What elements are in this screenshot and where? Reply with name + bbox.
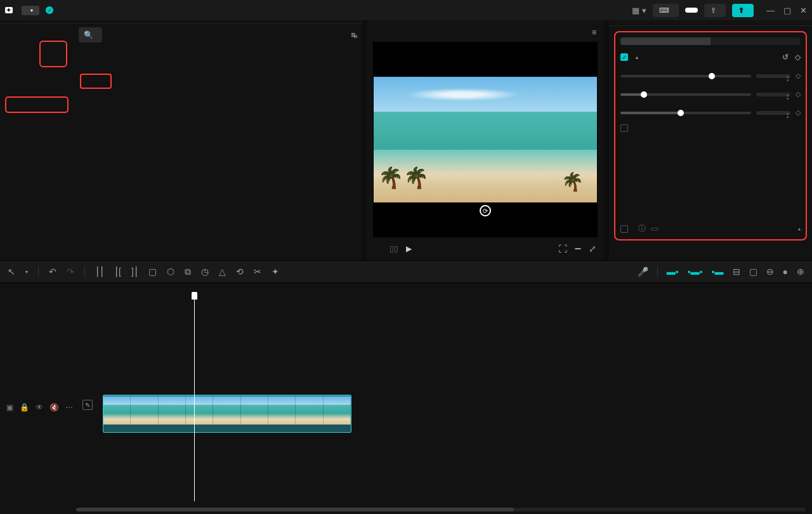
delete-icon[interactable]: ▢ <box>148 267 157 277</box>
pro-badge <box>651 228 658 230</box>
autosave-status: ✓ <box>46 6 57 14</box>
keyboard-icon: ⌨ <box>659 6 669 15</box>
align-icon[interactable]: ⊟ <box>733 267 740 277</box>
keyframe-icon[interactable]: ◇ <box>795 53 801 62</box>
speed-icon[interactable]: ◷ <box>201 267 209 277</box>
split-icon[interactable]: ⎮⎮ <box>95 267 104 277</box>
app-logo: ✦ <box>5 7 15 13</box>
tl-layers-icon[interactable]: ▣ <box>6 403 13 412</box>
fx-icon[interactable]: ✦ <box>272 267 279 277</box>
shield-icon[interactable]: ⬡ <box>167 267 174 277</box>
marker-icon[interactable]: ▢ <box>749 267 757 277</box>
aspect-icon[interactable]: ▦ ▾ <box>632 6 646 15</box>
shortcuts-button[interactable]: ⌨ <box>653 4 679 17</box>
close-icon[interactable]: ✕ <box>800 6 807 15</box>
redo-icon[interactable]: ↷ <box>67 267 74 277</box>
more-tabs-icon[interactable]: » <box>353 32 358 41</box>
volume-key-icon[interactable]: ◇ <box>796 72 801 80</box>
volume-slider[interactable] <box>620 75 751 77</box>
fadein-key-icon[interactable]: ◇ <box>796 90 801 98</box>
timeline-clip[interactable] <box>103 395 351 433</box>
join-pro-button[interactable] <box>685 8 698 13</box>
fullscreen-icon[interactable]: ⤢ <box>589 244 596 254</box>
snap-icon[interactable]: ▪▬▪ <box>688 267 703 277</box>
volume-value[interactable]: ▴▾ <box>756 74 790 78</box>
menu-button[interactable]: ▾ <box>22 6 39 15</box>
timeline-scrollbar[interactable] <box>76 508 806 511</box>
fadeout-value[interactable]: ▴▾ <box>756 111 790 115</box>
fadeout-slider[interactable] <box>620 112 751 114</box>
zoom-out-icon[interactable]: ⊖ <box>766 267 774 277</box>
refresh-icon[interactable]: ⟳ <box>480 205 491 216</box>
search-icon: 🔍 <box>84 30 93 39</box>
link-icon[interactable]: ▪▬ <box>712 267 724 277</box>
cover-edit-icon[interactable]: ✎ <box>82 400 93 410</box>
fadein-value[interactable]: ▴▾ <box>756 93 790 96</box>
share-button[interactable]: ⇪ <box>704 4 726 17</box>
copy-icon[interactable]: ⧉ <box>185 267 191 277</box>
rotate-icon[interactable]: ⟲ <box>236 267 244 277</box>
basic-check-icon[interactable]: ✓ <box>620 53 628 61</box>
export-button[interactable]: ⬆ <box>732 4 754 17</box>
crop-icon[interactable]: ⛶ <box>558 244 567 254</box>
minimize-icon[interactable]: — <box>766 6 775 15</box>
tl-more-icon[interactable]: ⋯ <box>65 403 73 412</box>
trim-right-icon[interactable]: ]⎮ <box>131 267 138 277</box>
fadein-slider[interactable] <box>620 93 751 96</box>
mic-icon[interactable]: 🎤 <box>638 267 648 277</box>
video-preview[interactable]: 🌴🌴 🌴 <box>374 77 597 202</box>
zoom-in-icon[interactable]: ⊕ <box>797 267 804 277</box>
search-input[interactable]: 🔍 <box>79 27 102 43</box>
play-button[interactable]: ▶ <box>406 244 412 253</box>
magnet-icon[interactable]: ▬▪ <box>667 267 679 277</box>
compare-icon[interactable]: ▯▯ <box>390 244 398 253</box>
player-menu-icon[interactable]: ≡ <box>592 28 596 37</box>
tl-mute-icon[interactable]: 🔇 <box>49 403 59 412</box>
check-icon: ✓ <box>46 6 53 14</box>
mirror-icon[interactable]: △ <box>219 267 226 277</box>
ratio-button[interactable] <box>575 248 581 249</box>
undo-icon[interactable]: ↶ <box>49 267 56 277</box>
seg-voice-changer[interactable] <box>710 37 801 45</box>
enhance-checkbox[interactable] <box>620 225 628 233</box>
share-icon: ⇪ <box>710 6 716 15</box>
help-icon[interactable]: ⓘ <box>638 223 646 234</box>
select-tool-icon[interactable]: ↖ <box>8 267 15 277</box>
export-icon: ⬆ <box>738 6 744 15</box>
reset-icon[interactable]: ↺ <box>782 53 789 62</box>
maximize-icon[interactable]: ▢ <box>783 6 791 15</box>
trim-left-icon[interactable]: ⎮[ <box>114 267 121 277</box>
normalize-checkbox[interactable] <box>620 124 628 132</box>
tl-eye-icon[interactable]: 👁 <box>36 403 43 412</box>
zoom-slider-icon[interactable]: ● <box>783 267 788 277</box>
fadeout-key-icon[interactable]: ◇ <box>796 109 801 117</box>
tl-lock-icon[interactable]: 🔒 <box>20 403 29 412</box>
playhead[interactable] <box>194 298 195 501</box>
seg-basic[interactable] <box>620 37 710 45</box>
